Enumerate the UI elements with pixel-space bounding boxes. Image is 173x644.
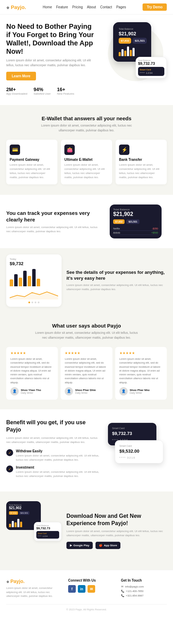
stat-features-num: 16+	[57, 87, 74, 92]
benefit-1-check: ✓	[6, 465, 13, 472]
track-chip2: $21,521	[126, 219, 139, 224]
hero-stats: 2M+ App Downloaded 94% Satisfied User 16…	[6, 87, 94, 95]
feature-bank-transfer: ⚡ Bank Transfer Lorem ipsum dolor sit am…	[116, 140, 167, 184]
feature-payment-title: Payment Gateway	[10, 158, 54, 162]
dark-card-amount: $9,732.73	[112, 431, 152, 436]
testimonial-1-name: Shoo Phar Dhle	[75, 389, 96, 392]
benefits-cards: Smart Card $9,732.73 **** 1234 Smart Car…	[104, 423, 167, 478]
track-item0-label: Netflix	[113, 227, 120, 230]
e-wallet-icon: 👛	[64, 145, 75, 155]
testimonial-0-text: Lorem ipsum dolor sit amet, consectetur …	[10, 357, 54, 384]
phone1-balance: $21,902	[119, 31, 146, 36]
app-store-button[interactable]: 🍎 App Store	[95, 542, 120, 549]
linkedin-icon[interactable]: in	[78, 585, 85, 593]
footer-divider	[6, 604, 167, 604]
stat-downloads-num: 2M+	[6, 87, 27, 92]
download-title: Download Now and Get New Experience from…	[66, 513, 167, 527]
google-play-button[interactable]: ▶ Google Play	[66, 542, 93, 549]
testimonial-0-stars: ★★★★★	[10, 351, 54, 355]
hero-section: No Need to Bother Paying if You Forget t…	[0, 15, 173, 102]
light-card-amount: $9,532.00	[119, 449, 159, 454]
nav-contact[interactable]: Contact	[100, 5, 112, 9]
footer-phone1-text: +121-400-7850	[126, 590, 144, 593]
expense-bar	[28, 276, 31, 286]
footer-phone1: 📞 +121-400-7850	[121, 590, 167, 593]
features-section: E-Wallet that answers all your needs Lor…	[0, 105, 173, 195]
benefit-0-check: ✓	[6, 449, 13, 456]
payment-gateway-icon: 💳	[10, 145, 20, 155]
dl-bar-4	[20, 522, 22, 527]
expense-bar	[37, 279, 40, 286]
hero-content: No Need to Bother Paying if You Forget t…	[6, 22, 98, 95]
footer-contact-title: Get In Touch	[121, 578, 167, 582]
expense-amount: $9,732	[10, 261, 58, 266]
benefit-1-desc: Lorem ipsum dolor sit amet, consectetur …	[16, 470, 100, 478]
footer-logo: ⬦ Payjo.	[6, 578, 61, 584]
footer-social: f in ✉	[68, 585, 114, 593]
footer-brand: ⬦ Payjo. Lorem ipsum dolor sit amet, con…	[6, 578, 61, 599]
feature-ewallet-desc: Lorem ipsum dolor sit amet, consectetur …	[64, 163, 109, 180]
nav-pages[interactable]: Pages	[116, 5, 126, 9]
expense-dot-1	[31, 302, 33, 303]
phone1-icon: 📞	[121, 590, 124, 593]
navbar: ⬦ Payjo. Home Feature Pricing About Cont…	[0, 0, 173, 15]
testimonial-2-author: 👤 Shoo Phar Nho Daily Writer	[119, 387, 163, 395]
nav-feature[interactable]: Feature	[56, 5, 68, 9]
light-card-label: Smart Card	[119, 445, 159, 447]
hero-title: No Need to Bother Paying if You Forget t…	[6, 22, 94, 55]
track-section: You can track your expenses very clearly…	[0, 195, 173, 248]
expense-bar	[23, 271, 27, 286]
nav-pricing[interactable]: Pricing	[72, 5, 83, 9]
dl-card-num: **** 1234	[38, 535, 58, 537]
testimonial-2-stars: ★★★★★	[119, 351, 163, 355]
expenses-section: Today $9,732 See the details of your exp…	[0, 248, 173, 313]
benefit-0: ✓ Withdraw Easily Lorem ipsum dolor sit …	[6, 449, 100, 462]
hero-phone1: Total Balance $21,902 $7,832 $21,521	[113, 22, 151, 62]
stat-downloads-label: App Downloaded	[6, 92, 27, 95]
try-demo-button[interactable]: Try Demo	[143, 3, 167, 11]
expense-bar	[14, 274, 18, 286]
testimonial-2-name: Shoo Phar Nho	[130, 389, 150, 392]
benefits-content: Benefit will you get, if you use Payjo L…	[6, 419, 100, 482]
feature-bank-desc: Lorem ipsum dolor sit amet, consectetur …	[119, 163, 163, 180]
footer-email-text: info@payjo.com	[125, 585, 144, 588]
download-content: Download Now and Get New Experience from…	[66, 513, 167, 549]
testimonial-1: ★★★★★ Lorem ipsum dolor sit amet, consec…	[61, 347, 112, 400]
hero-description: Lorem ipsum dolor sit amet, consectetur …	[6, 58, 94, 68]
learn-more-button[interactable]: Learn More	[6, 72, 36, 80]
track-list-item-1: Airbnb +$500	[113, 231, 158, 235]
footer-phone2-text: +321-854-9987	[126, 594, 144, 597]
dl-chip2: $21,521	[19, 511, 29, 515]
track-item0-amount: -$350	[152, 227, 158, 230]
expenses-content: See the details of your expenses for any…	[66, 270, 167, 292]
benefits-title: Benefit will you get, if you use Payjo	[6, 419, 100, 434]
nav-about[interactable]: About	[87, 5, 96, 9]
testimonial-0-avatar: 👤	[10, 387, 19, 395]
testimonial-0-role: Daily Writer	[21, 392, 41, 394]
track-content: You can track your expenses very clearly…	[6, 210, 100, 234]
benefit-0-title: Withdraw Easily	[16, 449, 100, 453]
phone2-card-num: **** 1234	[140, 72, 163, 74]
facebook-icon[interactable]: f	[68, 585, 76, 593]
store-buttons: ▶ Google Play 🍎 App Store	[66, 542, 167, 549]
footer-brand-desc: Lorem ipsum dolor sit amet, consectetur …	[6, 586, 61, 598]
download-phones: Total Balance $21,902 $7,832 $21,521 Tot…	[6, 501, 62, 560]
expenses-desc: Lorem ipsum dolor sit amet, consectetur …	[66, 283, 167, 291]
expenses-title: See the details of your expenses for any…	[66, 270, 167, 281]
email-social-icon[interactable]: ✉	[88, 585, 95, 593]
testimonials-grid: ★★★★★ Lorem ipsum dolor sit amet, consec…	[6, 347, 167, 400]
nav-home[interactable]: Home	[43, 5, 52, 9]
stat-downloads: 2M+ App Downloaded	[6, 87, 27, 95]
footer-logo-text: Payjo.	[10, 578, 25, 584]
dl-phone2-balance: $9,732.73	[36, 526, 59, 530]
testimonial-2-text: Lorem ipsum dolor sit amet, consectetur …	[119, 357, 163, 384]
stat-features: 16+ New Features	[57, 87, 74, 95]
dl-card-label: Smart Card	[38, 532, 58, 534]
email-icon: ✉	[121, 585, 124, 588]
features-grid: 💳 Payment Gateway Lorem ipsum dolor sit …	[6, 140, 167, 184]
google-play-icon: ▶	[70, 544, 72, 547]
features-desc: Lorem ipsum dolor sit amet, consectetur …	[35, 123, 138, 133]
nav-links: Home Feature Pricing About Contact Pages	[43, 5, 126, 9]
testimonial-2: ★★★★★ Lorem ipsum dolor sit amet, consec…	[115, 347, 167, 400]
dl-phone1-balance: $21,902	[9, 506, 38, 510]
